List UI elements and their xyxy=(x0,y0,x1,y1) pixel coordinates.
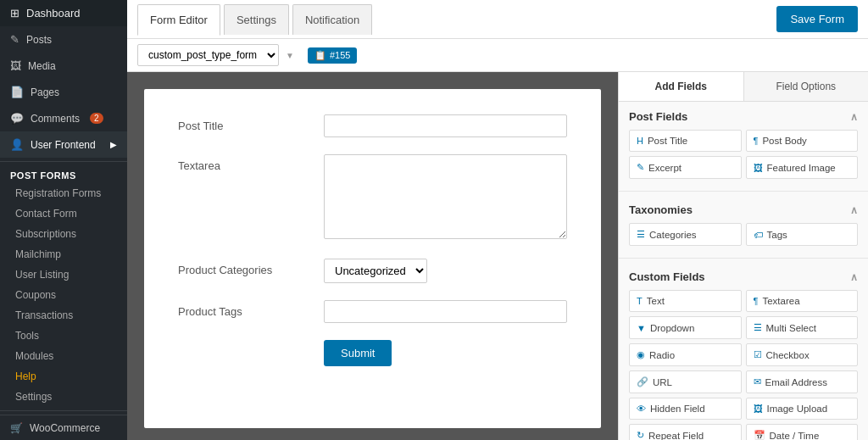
post-title-btn-label: Post Title xyxy=(648,136,687,146)
field-btn-post-title[interactable]: H Post Title xyxy=(629,130,742,152)
user-frontend-icon: 👤 xyxy=(10,138,24,151)
tags-btn-icon: 🏷 xyxy=(754,230,763,240)
date-time-btn-icon: 📅 xyxy=(754,430,765,440)
sidebar-item-comments[interactable]: 💬 Comments 2 xyxy=(0,105,127,131)
sidebar-item-registration-forms[interactable]: Registration Forms xyxy=(0,183,127,203)
sidebar-item-pages[interactable]: 📄 Pages xyxy=(0,79,127,105)
sidebar-item-coupons[interactable]: Coupons xyxy=(0,285,127,305)
field-btn-multi-select[interactable]: ☰ Multi Select xyxy=(746,316,859,339)
woocommerce-icon: 🛒 xyxy=(10,422,23,434)
tab-settings[interactable]: Settings xyxy=(224,4,289,35)
product-tags-input[interactable] xyxy=(324,300,567,323)
form-id-badge: 📋 #155 xyxy=(308,47,357,64)
post-title-input[interactable] xyxy=(324,114,567,137)
product-categories-select[interactable]: Uncategorized xyxy=(324,259,427,283)
tab-notification[interactable]: Notification xyxy=(292,4,372,35)
url-btn-label: URL xyxy=(653,377,672,387)
field-btn-image-upload[interactable]: 🖼 Image Upload xyxy=(746,398,859,420)
post-fields-collapse-icon[interactable]: ∧ xyxy=(850,111,858,123)
post-fields-grid: H Post Title ¶ Post Body ✎ Excerpt 🖼 Fea… xyxy=(629,130,858,179)
form-id-text: #155 xyxy=(330,50,350,60)
right-panel-tabs: Add Fields Field Options xyxy=(619,72,868,102)
post-title-btn-icon: H xyxy=(637,136,643,146)
textarea-btn-icon: ¶ xyxy=(754,296,759,306)
tab-add-fields[interactable]: Add Fields xyxy=(619,72,744,101)
field-btn-textarea[interactable]: ¶ Textarea xyxy=(746,290,859,312)
field-row-textarea: Textarea xyxy=(178,154,567,242)
sidebar-item-transactions[interactable]: Transactions xyxy=(0,305,127,326)
sidebar-item-user-listing[interactable]: User Listing xyxy=(0,265,127,285)
sidebar-user-frontend-label: User Frontend xyxy=(31,139,96,151)
featured-image-btn-icon: 🖼 xyxy=(754,163,763,173)
save-button[interactable]: Save Form xyxy=(776,6,858,32)
sidebar-item-subscriptions[interactable]: Subscriptions xyxy=(0,224,127,244)
sidebar-logo[interactable]: ⊞ Dashboard xyxy=(0,0,127,26)
sidebar-item-mailchimp[interactable]: Mailchimp xyxy=(0,244,127,265)
field-btn-tags[interactable]: 🏷 Tags xyxy=(746,223,859,246)
text-btn-icon: T xyxy=(637,296,643,306)
taxonomies-grid: ☰ Categories 🏷 Tags xyxy=(629,223,858,246)
categories-btn-label: Categories xyxy=(649,230,697,240)
sidebar-item-posts[interactable]: ✎ Posts xyxy=(0,26,127,53)
sidebar-item-woocommerce[interactable]: 🛒 WooCommerce xyxy=(0,415,127,440)
custom-fields-collapse-icon[interactable]: ∧ xyxy=(850,271,858,283)
field-btn-dropdown[interactable]: ▼ Dropdown xyxy=(629,316,742,339)
form-canvas: Post Title Textarea Product Categories xyxy=(127,72,618,440)
custom-fields-section: Custom Fields ∧ T Text ¶ Textarea ▼ Drop… xyxy=(619,262,868,440)
field-btn-url[interactable]: 🔗 URL xyxy=(629,370,742,393)
post-fields-header: Post Fields ∧ xyxy=(629,110,858,123)
submit-button[interactable]: Submit xyxy=(324,340,392,366)
repeat-field-btn-label: Repeat Field xyxy=(648,431,704,441)
date-time-btn-label: Date / Time xyxy=(770,431,820,441)
url-btn-icon: 🔗 xyxy=(637,376,648,387)
sidebar-posts-label: Posts xyxy=(26,34,52,46)
textarea-input[interactable] xyxy=(324,154,567,239)
field-btn-post-body[interactable]: ¶ Post Body xyxy=(746,130,859,152)
field-btn-text[interactable]: T Text xyxy=(629,290,742,312)
field-btn-excerpt[interactable]: ✎ Excerpt xyxy=(629,156,742,179)
field-btn-email-address[interactable]: ✉ Email Address xyxy=(746,370,859,393)
content-row: Post Title Textarea Product Categories xyxy=(127,72,868,440)
textarea-btn-label: Textarea xyxy=(762,296,799,306)
sidebar-item-user-frontend[interactable]: 👤 User Frontend ▶ xyxy=(0,131,127,158)
product-categories-label: Product Categories xyxy=(178,259,314,276)
field-btn-repeat-field[interactable]: ↻ Repeat Field xyxy=(629,424,742,440)
excerpt-btn-label: Excerpt xyxy=(648,163,682,173)
field-btn-featured-image[interactable]: 🖼 Featured Image xyxy=(746,156,859,179)
multi-select-btn-icon: ☰ xyxy=(754,322,762,333)
textarea-label: Textarea xyxy=(178,154,314,172)
dropdown-btn-label: Dropdown xyxy=(650,323,694,333)
excerpt-btn-icon: ✎ xyxy=(637,162,644,173)
posts-icon: ✎ xyxy=(10,33,19,46)
taxonomies-collapse-icon[interactable]: ∧ xyxy=(850,204,858,216)
tab-form-editor[interactable]: Form Editor xyxy=(137,4,220,36)
field-btn-date-time[interactable]: 📅 Date / Time xyxy=(746,424,859,440)
field-btn-checkbox[interactable]: ☑ Checkbox xyxy=(746,343,859,366)
hidden-field-btn-icon: 👁 xyxy=(637,404,646,414)
pages-icon: 📄 xyxy=(10,86,24,98)
sidebar-item-help[interactable]: Help xyxy=(0,366,127,387)
product-tags-wrap xyxy=(324,300,567,323)
topbar: Form Editor Settings Notification Save F… xyxy=(127,0,868,39)
form-name-select[interactable]: custom_post_type_form xyxy=(137,44,279,66)
image-upload-btn-icon: 🖼 xyxy=(754,404,763,414)
field-btn-categories[interactable]: ☰ Categories xyxy=(629,223,742,246)
sidebar-item-tools[interactable]: Tools xyxy=(0,326,127,346)
sidebar-item-contact-form[interactable]: Contact Form xyxy=(0,203,127,224)
form-inner: Post Title Textarea Product Categories xyxy=(144,89,601,428)
chevron-right-icon: ▶ xyxy=(110,140,117,149)
tab-field-options[interactable]: Field Options xyxy=(744,72,869,101)
radio-btn-label: Radio xyxy=(649,350,675,360)
sidebar-item-media[interactable]: 🖼 Media xyxy=(0,53,127,79)
text-btn-label: Text xyxy=(647,296,665,306)
post-forms-section-label: Post Forms xyxy=(0,165,127,183)
checkbox-btn-icon: ☑ xyxy=(754,349,762,360)
field-btn-hidden-field[interactable]: 👁 Hidden Field xyxy=(629,398,742,420)
chevron-down-icon: ▼ xyxy=(286,51,294,60)
sidebar-pages-label: Pages xyxy=(31,86,59,98)
radio-btn-icon: ◉ xyxy=(637,349,645,360)
field-btn-radio[interactable]: ◉ Radio xyxy=(629,343,742,366)
email-btn-label: Email Address xyxy=(765,377,828,387)
sidebar-item-settings[interactable]: Settings xyxy=(0,387,127,407)
sidebar-item-modules[interactable]: Modules xyxy=(0,346,127,366)
